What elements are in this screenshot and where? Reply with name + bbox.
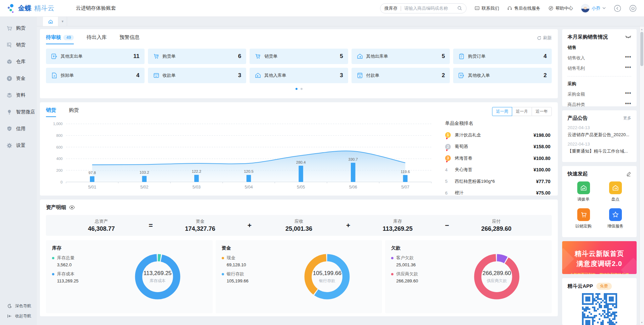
ranking-row[interactable]: 5 西红柿意粉酱190g*6 ¥77.70 (445, 178, 550, 184)
page-scrollbar[interactable]: ▲ ▼ (639, 26, 644, 325)
headset-icon (507, 6, 512, 11)
back-circle-icon[interactable] (614, 5, 621, 12)
sidebar-item-purchase[interactable]: 购货 (0, 20, 37, 37)
formula-value: 113,269.25 (352, 225, 443, 232)
quick-purchase-by-sales[interactable]: 以销定购 (568, 208, 599, 229)
logout-power-icon[interactable] (629, 5, 637, 12)
quick-value-added-services[interactable]: 增值服务 (599, 208, 631, 229)
filter-last-week[interactable]: 近一周 (492, 107, 512, 116)
tab-pending-review[interactable]: 待审核 49 (46, 34, 74, 44)
ranking-row[interactable]: 1 果汁饮品礼盒 ¥198.00 (445, 132, 550, 138)
moon-icon (7, 304, 12, 309)
summary-row-label: 销售毛利 (568, 65, 585, 71)
todo-card-count: 2 (544, 72, 547, 79)
legend-value: 3,562.0 (57, 262, 207, 267)
legend-dot (52, 273, 54, 275)
sidebar-item-settings[interactable]: 设置 (0, 137, 37, 154)
sidebar-item-smart-store[interactable]: 智慧微店 (0, 104, 37, 120)
todo-card-other-expense[interactable]: ¥ 其他支出单 11 (46, 49, 145, 64)
todo-card-label: 付款单 (366, 72, 379, 78)
todo-card-label: 购货订单 (468, 53, 485, 59)
svg-text:5/02: 5/02 (140, 185, 148, 189)
todo-card-receipt[interactable]: 收款单 3 (148, 68, 247, 83)
quick-item-label: 调拨单 (568, 197, 599, 202)
sidebar-item-sales[interactable]: 销货 (0, 37, 37, 53)
todo-card-label: 其他出库单 (366, 53, 388, 59)
collapse-nav-button[interactable]: 收起导航 (0, 311, 37, 321)
pagination-dot-2[interactable] (301, 88, 303, 90)
quick-stocktake[interactable]: 盘点 (599, 181, 631, 202)
sidebar-item-warehouse[interactable]: 仓库 (0, 53, 37, 70)
legend-value: 113,269.25 (57, 278, 207, 283)
search-scope-label[interactable]: 搜库存 (384, 5, 397, 11)
search-icon[interactable] (457, 6, 462, 11)
todo-card-other-outbound[interactable]: 其他出库单 5 (352, 49, 450, 64)
ranking-item-name: 葡萄酒 (455, 144, 468, 150)
tab-dropdown-button[interactable]: ▼ (58, 16, 67, 26)
app-logo[interactable]: 金蝶 精斗云 (7, 3, 54, 13)
sidebar-item-credit[interactable]: 信用 (0, 120, 37, 137)
money-in-icon: ¥ (458, 72, 465, 79)
survey-banner[interactable]: 精斗云新版首页 满意度调研2.0 全新首页已到来 期待收到您的反馈 (562, 241, 637, 274)
summary-section-sales: 销售 (568, 45, 631, 51)
search-input[interactable] (404, 6, 457, 11)
more-link[interactable]: 更多 (623, 115, 631, 121)
todo-card-purchase-request[interactable]: 购货订单 4 (453, 49, 552, 64)
donut-center-value: 113,269.25 (144, 270, 172, 277)
legend-item: 库存总量 3,562.0 (52, 255, 207, 267)
announcement-link[interactable]: 云进销存产品更新公告_20220... (568, 132, 631, 138)
todo-card-purchase-order[interactable]: 购货单 6 (148, 49, 247, 64)
trend-panel: 销货 购货 近一周 近一月 近一年 02004006008001,0005/01… (40, 102, 558, 196)
cart-icon (580, 211, 587, 218)
doc-yen-icon: ¥ (357, 72, 363, 79)
app-qr-code (582, 293, 617, 325)
ranking-row[interactable]: 2 葡萄酒 ¥158.00 (445, 144, 550, 150)
todo-card-other-income[interactable]: ¥ 其他收入单 2 (453, 68, 552, 83)
home-tab[interactable] (43, 16, 58, 26)
ranking-row[interactable]: 6 橙汁 ¥75.00 (445, 190, 550, 196)
contact-us-link[interactable]: 联系我们 (475, 5, 499, 11)
todo-card-payment[interactable]: ¥ 付款单 2 (352, 68, 450, 83)
edit-pencil-icon[interactable] (626, 171, 631, 176)
todo-card-sales-order[interactable]: 销货单 5 (250, 49, 348, 64)
scrollbar-up-arrow[interactable]: ▲ (640, 27, 644, 32)
sidebar-item-data[interactable]: 资料 (0, 87, 37, 104)
todo-card-disassembly[interactable]: # 拆卸单 4 (46, 68, 145, 83)
main-content: 待审核 49 待出入库 预警信息 刷新 (37, 26, 639, 325)
help-center-link[interactable]: 帮助中心 (548, 5, 573, 11)
filter-last-month[interactable]: 近一月 (512, 107, 532, 116)
ranking-row[interactable]: 3 烤海苔卷 ¥100.80 (445, 155, 550, 161)
search-box[interactable]: 搜库存 | (380, 3, 467, 13)
operator-equals: = (147, 221, 155, 229)
eye-open-icon[interactable] (69, 205, 75, 210)
svg-text:280.4: 280.4 (296, 160, 306, 164)
user-menu[interactable]: 小乔 (581, 4, 606, 13)
sidebar-item-funds[interactable]: ¥ 资金 (0, 70, 37, 87)
quick-item-label: 以销定购 (568, 223, 599, 229)
legend-dot (52, 257, 54, 259)
after-sales-service-link[interactable]: 售后在线服务 (507, 5, 540, 11)
banner-subtitle: 全新首页已到来 期待收到您的反馈 (562, 272, 637, 274)
filter-last-year[interactable]: 近一年 (532, 107, 552, 116)
todo-card-count: 5 (442, 53, 445, 60)
scrollbar-thumb[interactable] (640, 32, 643, 66)
dark-nav-toggle[interactable]: 深色导航 (0, 301, 37, 311)
tab-pending-inout[interactable]: 待出入库 (87, 34, 107, 44)
cube-icon (6, 59, 12, 65)
brand-secondary: 精斗云 (34, 4, 54, 13)
gear-icon (6, 143, 12, 149)
tab-purchase-trend[interactable]: 购货 (69, 107, 79, 116)
quick-transfer-order[interactable]: 调拨单 (568, 181, 599, 202)
ranking-row[interactable]: 4 夹心海苔 ¥100.00 (445, 167, 550, 173)
todo-card-other-inbound[interactable]: 其他入库单 3 (250, 68, 348, 83)
tab-sales-trend[interactable]: 销货 (46, 107, 56, 117)
announcement-link[interactable]: 【重要通知】精斗云工作台域... (568, 148, 631, 154)
rank-number: 5 (445, 179, 447, 184)
eye-closed-icon[interactable] (625, 36, 631, 39)
svg-text:0: 0 (60, 180, 62, 184)
pagination-dot-1[interactable] (296, 88, 298, 90)
sidebar-item-label: 智慧微店 (16, 109, 35, 115)
refresh-button[interactable]: 刷新 (537, 34, 552, 41)
tab-warning-info[interactable]: 预警信息 (119, 34, 140, 44)
scrollbar-down-arrow[interactable]: ▼ (640, 320, 644, 325)
